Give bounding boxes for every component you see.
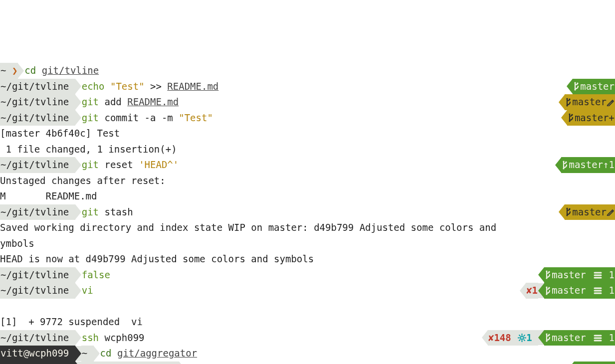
git-branch-segment: master <box>565 94 615 110</box>
git-branch-icon <box>545 333 552 342</box>
prompt-left: ~/git/tvline vi <box>0 283 94 299</box>
terminal-line: Saved working directory and index state … <box>0 220 615 236</box>
prompt-left: ~/git/tvline ssh wcph099 <box>0 330 145 346</box>
prompt-right: master <box>567 79 615 95</box>
svg-point-23 <box>546 293 547 295</box>
prompt-right: master <box>559 94 615 110</box>
prompt-left: vitt@wcph099 ~ cd git/aggregator <box>0 346 198 362</box>
separator-in-icon <box>538 330 544 345</box>
separator-in-icon <box>561 110 567 125</box>
terminal-line: [master 4b6f40c] Test <box>0 126 615 142</box>
cwd-segment: ~ <box>81 346 94 362</box>
command-text[interactable]: false <box>81 267 111 283</box>
svg-point-3 <box>567 98 568 99</box>
prompt-right: master 1 <box>538 267 615 283</box>
separator-out-icon <box>75 283 81 298</box>
prompt-left: ~/git/tvline echo "Test" >> README.md <box>0 79 219 95</box>
cwd-segment: ~/git/tvline <box>0 79 75 95</box>
svg-point-12 <box>567 208 568 209</box>
svg-line-34 <box>524 335 525 336</box>
gear-icon <box>518 334 526 342</box>
svg-point-21 <box>546 286 547 288</box>
terminal-line: M README.md <box>0 188 615 204</box>
prompt-right: master <box>559 204 615 220</box>
cwd-segment: ~/git/tvline <box>0 157 75 173</box>
command-text[interactable]: git commit -a -m "Test" <box>81 110 213 126</box>
prompt-glyph: ❯ <box>12 63 17 79</box>
svg-point-2 <box>575 89 576 91</box>
git-branch-segment: master+ <box>567 110 615 126</box>
output-text: HEAD is now at d49b799 Adjusted some col… <box>0 251 314 267</box>
prompt-left: ~ ❯cd git/tvline <box>0 63 99 79</box>
command-text[interactable]: vi <box>81 283 94 299</box>
git-branch-icon <box>568 113 575 122</box>
separator-in-icon <box>567 79 573 94</box>
prompt-right: develop <box>568 362 615 364</box>
separator-out-icon <box>75 95 81 110</box>
terminal-line: HEAD is now at d49b799 Adjusted some col… <box>0 251 615 267</box>
git-branch-segment: master <box>573 79 615 95</box>
svg-point-7 <box>571 114 573 116</box>
cwd-segment: ~/git/tvline <box>0 204 75 220</box>
separator-in-icon <box>559 95 565 110</box>
separator-out-icon <box>179 362 185 364</box>
svg-point-11 <box>563 168 565 169</box>
terminal-line: 1 file changed, 1 insertion(+) <box>0 142 615 158</box>
prompt-right: master+ <box>561 110 615 126</box>
command-text[interactable]: cd <box>185 362 198 364</box>
separator-out-icon <box>75 204 81 219</box>
separator-out-icon <box>75 330 81 345</box>
terminal-line: vitt@wcph099 ~/git/aggregator cddevelop <box>0 362 615 364</box>
svg-point-17 <box>546 278 547 279</box>
terminal-line: ~/git/tvline git add README.md master <box>0 94 615 110</box>
separator-in-icon <box>482 330 488 345</box>
command-text[interactable]: cd git/tvline <box>24 63 99 79</box>
svg-point-14 <box>567 215 568 216</box>
output-text: Unstaged changes after reset: <box>0 173 166 189</box>
separator-out-icon <box>75 362 81 364</box>
git-branch-segment: develop <box>574 362 615 364</box>
svg-point-5 <box>567 105 568 106</box>
terminal-line: ~/git/tvline git reset 'HEAD^' master↑1 <box>0 157 615 173</box>
pencil-icon <box>607 98 615 106</box>
git-branch-segment: master↑1 <box>561 157 615 173</box>
cwd-segment: ~/git/aggregator <box>81 362 179 364</box>
svg-line-35 <box>519 340 521 341</box>
output-text: M README.md <box>0 188 97 204</box>
command-text[interactable]: git reset 'HEAD^' <box>81 157 179 173</box>
terminal-line: ~/git/tvline git commit -a -m "Test" mas… <box>0 110 615 126</box>
git-branch-icon <box>565 207 572 216</box>
pencil-icon <box>607 208 615 216</box>
svg-point-27 <box>521 336 524 339</box>
output-text: [master 4b6f40c] Test <box>0 126 120 142</box>
separator-in-icon <box>559 204 565 219</box>
separator-in-icon <box>538 283 544 298</box>
prompt-left: vitt@wcph099 ~/git/aggregator cd <box>0 362 198 364</box>
svg-point-22 <box>548 287 550 288</box>
svg-point-37 <box>548 334 550 336</box>
svg-point-0 <box>575 82 576 84</box>
separator-out-icon <box>75 158 81 173</box>
svg-point-15 <box>546 271 547 272</box>
svg-point-4 <box>569 98 571 100</box>
git-branch-icon <box>573 82 580 91</box>
prompt-left: ~/git/tvline git add README.md <box>0 94 179 110</box>
command-text[interactable]: git add README.md <box>81 94 179 110</box>
command-text[interactable]: echo "Test" >> README.md <box>81 79 219 95</box>
cwd-segment: ~/git/tvline <box>0 94 75 110</box>
output-text: Saved working directory and index state … <box>0 220 502 236</box>
command-text[interactable]: cd git/aggregator <box>100 346 198 362</box>
host-segment: vitt@wcph099 <box>0 362 75 364</box>
command-text[interactable]: ssh wcph099 <box>81 330 145 346</box>
command-text[interactable]: git stash <box>81 204 134 220</box>
output-text: 1 file changed, 1 insertion(+) <box>0 142 177 158</box>
git-branch-segment: master 1 <box>544 330 615 346</box>
separator-in-icon <box>520 283 526 298</box>
prompt-right: ✘1 master 1 <box>520 283 615 299</box>
svg-point-10 <box>566 161 567 163</box>
separator-out-icon <box>75 110 81 125</box>
prompt-right: master↑1 <box>555 157 615 173</box>
output-text: [1] + 9772 suspended vi <box>0 314 143 330</box>
cwd-segment: ~/git/tvline <box>0 330 75 346</box>
svg-point-1 <box>577 83 579 84</box>
